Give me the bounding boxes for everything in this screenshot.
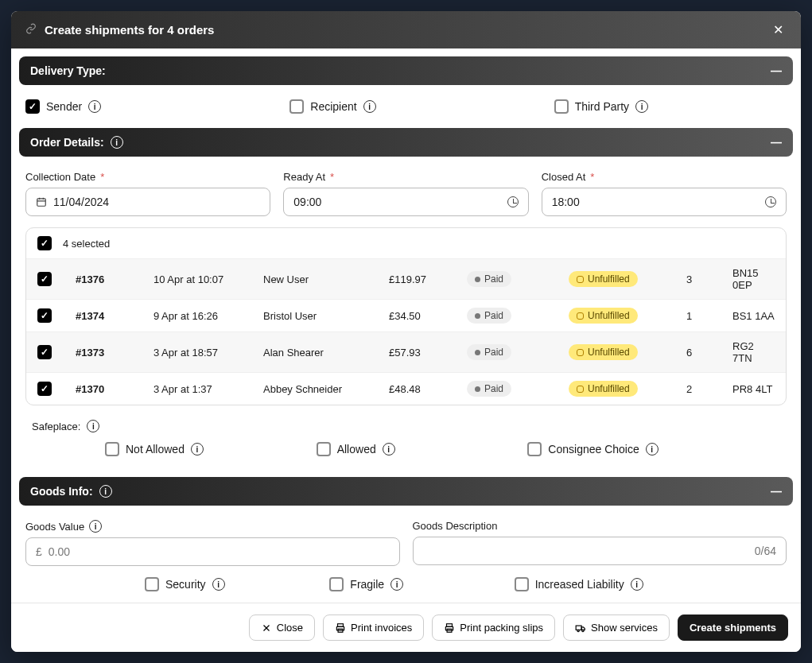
order-postcode: BN15 0EP xyxy=(732,267,775,291)
section-goods-info-header[interactable]: Goods Info: — xyxy=(19,477,793,506)
modal-footer: Close Print invoices Print packing slips… xyxy=(11,603,801,652)
order-customer: Bristol User xyxy=(263,310,383,322)
delivery-type-third-party[interactable]: Third Party xyxy=(554,99,787,114)
field-closed-at: Closed At * 18:00 xyxy=(542,171,787,216)
section-title: Order Details: xyxy=(30,136,104,149)
field-ready-at: Ready At * 09:00 xyxy=(283,171,528,216)
label-consignee-choice: Consignee Choice xyxy=(548,443,639,456)
info-icon[interactable] xyxy=(99,485,112,498)
show-services-button[interactable]: Show services xyxy=(563,615,670,641)
row-checkbox[interactable] xyxy=(37,345,52,359)
info-icon[interactable] xyxy=(631,578,643,591)
info-icon[interactable] xyxy=(87,420,99,432)
order-customer: New User xyxy=(263,273,383,285)
clock-icon xyxy=(507,196,519,207)
required-marker: * xyxy=(590,171,594,183)
select-all-checkbox[interactable] xyxy=(37,236,52,250)
input-goods-value[interactable]: £ 0.00 xyxy=(25,537,400,566)
svg-rect-12 xyxy=(576,626,581,630)
checkbox-recipient[interactable] xyxy=(289,99,304,114)
flag-security[interactable]: Security xyxy=(145,577,297,591)
print-invoices-button[interactable]: Print invoices xyxy=(323,615,424,641)
info-icon[interactable] xyxy=(383,443,395,456)
order-customer: Alan Shearer xyxy=(263,347,383,359)
order-amount: £48.48 xyxy=(389,383,460,395)
section-order-details-header[interactable]: Order Details: — xyxy=(19,128,793,157)
checkbox-fragile[interactable] xyxy=(329,577,344,591)
value-goods-value: 0.00 xyxy=(49,545,70,558)
close-label: Close xyxy=(277,622,303,634)
field-goods-description: Goods Description 0/64 xyxy=(413,520,787,566)
checkbox-increased-liability[interactable] xyxy=(515,577,529,591)
print-packing-slips-button[interactable]: Print packing slips xyxy=(432,615,555,641)
info-icon[interactable] xyxy=(111,136,123,149)
info-icon[interactable] xyxy=(88,100,101,113)
label-recipient: Recipient xyxy=(310,100,356,113)
section-delivery-type-content: Sender Recipient Third Party xyxy=(19,95,793,128)
safeplace-label: Safeplace: xyxy=(32,421,80,432)
safeplace-label-row: Safeplace: xyxy=(25,417,787,442)
modal-header: Create shipments for 4 orders ✕ xyxy=(11,11,801,48)
label-not-allowed: Not Allowed xyxy=(126,443,185,456)
table-row[interactable]: #1376 10 Apr at 10:07 New User £119.97 P… xyxy=(26,258,786,299)
close-button[interactable]: Close xyxy=(249,615,315,641)
safeplace-not-allowed[interactable]: Not Allowed xyxy=(105,442,285,456)
delivery-type-sender[interactable]: Sender xyxy=(25,99,258,114)
table-row[interactable]: #1373 3 Apr at 18:57 Alan Shearer £57.93… xyxy=(26,332,786,372)
checkbox-consignee-choice[interactable] xyxy=(527,442,542,456)
value-closed-at: 18:00 xyxy=(552,196,759,208)
checkbox-third-party[interactable] xyxy=(554,99,569,114)
payment-badge: Paid xyxy=(467,381,511,397)
input-ready-at[interactable]: 09:00 xyxy=(283,188,528,216)
checkbox-allowed[interactable] xyxy=(317,442,331,456)
order-amount: £57.93 xyxy=(389,347,460,359)
section-delivery-type-header[interactable]: Delivery Type: — xyxy=(19,56,793,85)
row-checkbox[interactable] xyxy=(37,382,52,396)
modal-title: Create shipments for 4 orders xyxy=(45,23,762,37)
order-customer: Abbey Schneider xyxy=(263,383,383,395)
collapse-icon[interactable]: — xyxy=(771,136,782,149)
delivery-type-recipient[interactable]: Recipient xyxy=(289,99,522,114)
order-qty: 3 xyxy=(686,273,726,285)
safeplace-consignee-choice[interactable]: Consignee Choice xyxy=(527,442,707,456)
collapse-icon[interactable]: — xyxy=(771,485,782,498)
input-collection-date[interactable]: 11/04/2024 xyxy=(25,188,270,216)
order-time: 10 Apr at 10:07 xyxy=(153,273,257,285)
fulfillment-badge: Unfulfilled xyxy=(569,344,638,360)
info-icon[interactable] xyxy=(635,100,648,113)
required-marker: * xyxy=(100,171,104,183)
input-goods-description[interactable]: 0/64 xyxy=(413,537,787,565)
collapse-icon[interactable]: — xyxy=(771,64,782,77)
info-icon[interactable] xyxy=(646,443,659,456)
x-icon xyxy=(261,622,272,634)
info-icon[interactable] xyxy=(89,520,102,533)
create-shipments-modal: Create shipments for 4 orders ✕ Delivery… xyxy=(11,11,801,652)
field-collection-date: Collection Date * 11/04/2024 xyxy=(25,171,270,216)
info-icon[interactable] xyxy=(212,578,225,591)
info-icon[interactable] xyxy=(363,100,376,113)
checkbox-sender[interactable] xyxy=(25,99,40,114)
table-row[interactable]: #1370 3 Apr at 1:37 Abbey Schneider £48.… xyxy=(26,372,786,405)
clock-icon xyxy=(765,196,776,207)
row-checkbox[interactable] xyxy=(37,308,52,323)
section-goods-info-content: Goods Value £ 0.00 Goods Description 0/6… xyxy=(19,515,793,603)
flag-fragile[interactable]: Fragile xyxy=(329,577,482,591)
table-row[interactable]: #1374 9 Apr at 16:26 Bristol User £34.50… xyxy=(26,299,786,332)
printer-icon xyxy=(444,622,455,634)
row-checkbox[interactable] xyxy=(37,272,52,286)
checkbox-security[interactable] xyxy=(145,577,159,591)
flag-increased-liability[interactable]: Increased Liability xyxy=(515,577,667,591)
info-icon[interactable] xyxy=(191,443,204,456)
info-icon[interactable] xyxy=(390,578,403,591)
order-qty: 6 xyxy=(686,347,726,359)
orders-table: 4 selected #1376 10 Apr at 10:07 New Use… xyxy=(25,227,787,405)
safeplace-allowed[interactable]: Allowed xyxy=(317,442,496,456)
field-goods-value: Goods Value £ 0.00 xyxy=(25,520,400,566)
input-closed-at[interactable]: 18:00 xyxy=(542,188,787,216)
section-title: Goods Info: xyxy=(30,485,93,498)
selected-count: 4 selected xyxy=(63,238,110,250)
create-shipments-button[interactable]: Create shipments xyxy=(678,615,788,641)
checkbox-not-allowed[interactable] xyxy=(105,442,119,456)
label-allowed: Allowed xyxy=(337,443,376,456)
close-icon[interactable]: ✕ xyxy=(770,22,787,37)
